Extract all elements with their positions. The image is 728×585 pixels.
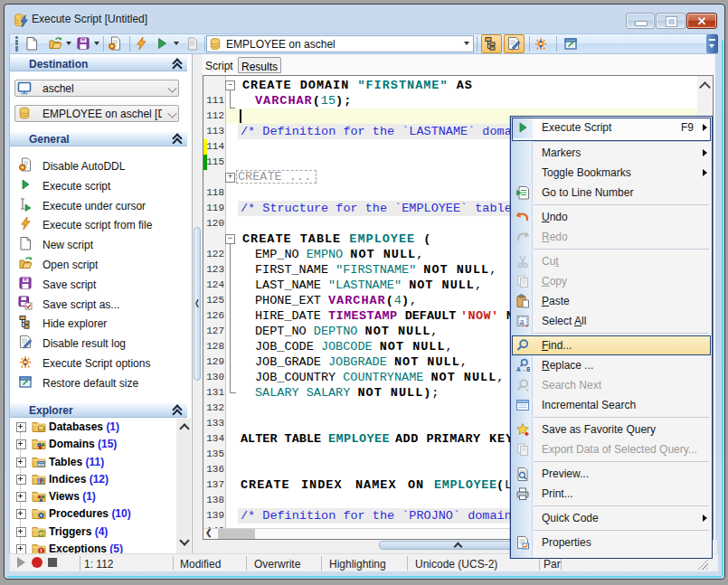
svg-text:a: a <box>520 316 525 326</box>
svg-text:A→B: A→B <box>516 366 530 373</box>
